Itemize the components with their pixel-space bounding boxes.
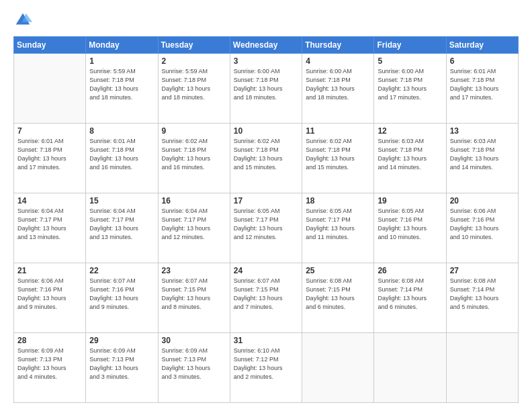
calendar-cell: 27Sunrise: 6:08 AM Sunset: 7:14 PM Dayli… — [446, 263, 518, 333]
day-info: Sunrise: 6:02 AM Sunset: 7:18 PM Dayligh… — [162, 137, 226, 172]
calendar-weekday-friday: Friday — [374, 37, 446, 54]
day-info: Sunrise: 6:04 AM Sunset: 7:17 PM Dayligh… — [162, 207, 226, 242]
day-info: Sunrise: 6:08 AM Sunset: 7:14 PM Dayligh… — [378, 277, 442, 312]
day-info: Sunrise: 6:04 AM Sunset: 7:17 PM Dayligh… — [17, 207, 82, 242]
day-number: 11 — [306, 126, 370, 136]
calendar-cell: 3Sunrise: 6:00 AM Sunset: 7:18 PM Daylig… — [230, 54, 302, 124]
calendar-cell: 9Sunrise: 6:02 AM Sunset: 7:18 PM Daylig… — [158, 124, 230, 193]
calendar-weekday-saturday: Saturday — [446, 37, 518, 54]
calendar-cell: 6Sunrise: 6:01 AM Sunset: 7:18 PM Daylig… — [446, 54, 518, 124]
calendar-cell — [302, 333, 374, 403]
day-number: 22 — [89, 266, 154, 275]
calendar-week-0: 1Sunrise: 5:59 AM Sunset: 7:18 PM Daylig… — [14, 54, 519, 124]
calendar-cell: 5Sunrise: 6:00 AM Sunset: 7:18 PM Daylig… — [374, 54, 446, 124]
day-number: 26 — [378, 266, 442, 275]
day-number: 29 — [89, 336, 154, 345]
calendar-cell: 31Sunrise: 6:10 AM Sunset: 7:12 PM Dayli… — [230, 333, 302, 403]
calendar-week-3: 21Sunrise: 6:06 AM Sunset: 7:16 PM Dayli… — [14, 263, 519, 333]
day-number: 16 — [162, 196, 226, 205]
calendar-cell: 25Sunrise: 6:08 AM Sunset: 7:15 PM Dayli… — [302, 263, 374, 333]
day-number: 23 — [162, 266, 226, 275]
day-number: 17 — [234, 196, 298, 205]
day-number: 18 — [306, 196, 370, 205]
day-info: Sunrise: 6:01 AM Sunset: 7:18 PM Dayligh… — [450, 67, 515, 102]
day-number: 7 — [17, 126, 82, 136]
day-info: Sunrise: 6:08 AM Sunset: 7:14 PM Dayligh… — [450, 277, 515, 312]
day-info: Sunrise: 6:01 AM Sunset: 7:18 PM Dayligh… — [89, 137, 154, 172]
day-info: Sunrise: 6:04 AM Sunset: 7:17 PM Dayligh… — [89, 207, 154, 242]
day-number: 9 — [162, 126, 226, 136]
calendar-weekday-wednesday: Wednesday — [230, 37, 302, 54]
day-info: Sunrise: 6:06 AM Sunset: 7:16 PM Dayligh… — [17, 277, 82, 312]
calendar-body: 1Sunrise: 5:59 AM Sunset: 7:18 PM Daylig… — [14, 54, 519, 403]
day-number: 27 — [450, 266, 515, 275]
day-number: 20 — [450, 196, 515, 205]
day-info: Sunrise: 6:05 AM Sunset: 7:16 PM Dayligh… — [378, 207, 442, 242]
calendar-cell: 22Sunrise: 6:07 AM Sunset: 7:16 PM Dayli… — [86, 263, 158, 333]
calendar-cell: 4Sunrise: 6:00 AM Sunset: 7:18 PM Daylig… — [302, 54, 374, 124]
day-number: 28 — [17, 336, 82, 345]
day-number: 10 — [234, 126, 298, 136]
calendar-cell: 14Sunrise: 6:04 AM Sunset: 7:17 PM Dayli… — [14, 193, 86, 263]
day-info: Sunrise: 6:03 AM Sunset: 7:18 PM Dayligh… — [378, 137, 442, 172]
calendar-cell: 2Sunrise: 5:59 AM Sunset: 7:18 PM Daylig… — [158, 54, 230, 124]
calendar-header-row: SundayMondayTuesdayWednesdayThursdayFrid… — [14, 37, 519, 54]
day-number: 6 — [450, 56, 515, 66]
day-info: Sunrise: 6:09 AM Sunset: 7:13 PM Dayligh… — [162, 347, 226, 381]
calendar-cell: 13Sunrise: 6:03 AM Sunset: 7:18 PM Dayli… — [446, 124, 518, 193]
calendar-cell: 21Sunrise: 6:06 AM Sunset: 7:16 PM Dayli… — [14, 263, 86, 333]
calendar-cell: 7Sunrise: 6:01 AM Sunset: 7:18 PM Daylig… — [14, 124, 86, 193]
calendar-cell: 11Sunrise: 6:02 AM Sunset: 7:18 PM Dayli… — [302, 124, 374, 193]
day-info: Sunrise: 6:08 AM Sunset: 7:15 PM Dayligh… — [306, 277, 370, 312]
day-info: Sunrise: 6:00 AM Sunset: 7:18 PM Dayligh… — [234, 67, 298, 102]
day-info: Sunrise: 6:02 AM Sunset: 7:18 PM Dayligh… — [306, 137, 370, 172]
calendar-cell: 8Sunrise: 6:01 AM Sunset: 7:18 PM Daylig… — [86, 124, 158, 193]
day-number: 24 — [234, 266, 298, 275]
day-info: Sunrise: 6:10 AM Sunset: 7:12 PM Dayligh… — [234, 347, 298, 381]
calendar-cell: 30Sunrise: 6:09 AM Sunset: 7:13 PM Dayli… — [158, 333, 230, 403]
day-number: 13 — [450, 126, 515, 136]
calendar-cell: 28Sunrise: 6:09 AM Sunset: 7:13 PM Dayli… — [14, 333, 86, 403]
calendar-weekday-sunday: Sunday — [14, 37, 86, 54]
calendar-cell: 23Sunrise: 6:07 AM Sunset: 7:15 PM Dayli… — [158, 263, 230, 333]
day-number: 4 — [306, 56, 370, 66]
day-number: 8 — [89, 126, 154, 136]
day-number: 21 — [17, 266, 82, 275]
day-info: Sunrise: 6:07 AM Sunset: 7:15 PM Dayligh… — [234, 277, 298, 312]
calendar-cell: 18Sunrise: 6:05 AM Sunset: 7:17 PM Dayli… — [302, 193, 374, 263]
calendar-cell: 15Sunrise: 6:04 AM Sunset: 7:17 PM Dayli… — [86, 193, 158, 263]
day-info: Sunrise: 6:00 AM Sunset: 7:18 PM Dayligh… — [378, 67, 442, 102]
calendar-cell: 20Sunrise: 6:06 AM Sunset: 7:16 PM Dayli… — [446, 193, 518, 263]
day-info: Sunrise: 6:09 AM Sunset: 7:13 PM Dayligh… — [17, 347, 82, 381]
day-info: Sunrise: 6:01 AM Sunset: 7:18 PM Dayligh… — [17, 137, 82, 172]
day-number: 1 — [89, 56, 154, 66]
day-number: 5 — [378, 56, 442, 66]
day-number: 30 — [162, 336, 226, 345]
calendar-cell: 12Sunrise: 6:03 AM Sunset: 7:18 PM Dayli… — [374, 124, 446, 193]
calendar-weekday-tuesday: Tuesday — [158, 37, 230, 54]
calendar-cell: 10Sunrise: 6:02 AM Sunset: 7:18 PM Dayli… — [230, 124, 302, 193]
header — [13, 11, 519, 30]
logo-icon — [13, 11, 32, 30]
calendar-cell — [14, 54, 86, 124]
page: SundayMondayTuesdayWednesdayThursdayFrid… — [0, 0, 532, 411]
calendar-week-4: 28Sunrise: 6:09 AM Sunset: 7:13 PM Dayli… — [14, 333, 519, 403]
day-info: Sunrise: 6:05 AM Sunset: 7:17 PM Dayligh… — [234, 207, 298, 242]
calendar-table: SundayMondayTuesdayWednesdayThursdayFrid… — [13, 36, 519, 403]
day-number: 3 — [234, 56, 298, 66]
day-info: Sunrise: 6:03 AM Sunset: 7:18 PM Dayligh… — [450, 137, 515, 172]
day-info: Sunrise: 6:05 AM Sunset: 7:17 PM Dayligh… — [306, 207, 370, 242]
calendar-weekday-monday: Monday — [86, 37, 158, 54]
calendar-weekday-thursday: Thursday — [302, 37, 374, 54]
calendar-cell: 16Sunrise: 6:04 AM Sunset: 7:17 PM Dayli… — [158, 193, 230, 263]
calendar-cell: 26Sunrise: 6:08 AM Sunset: 7:14 PM Dayli… — [374, 263, 446, 333]
day-info: Sunrise: 6:07 AM Sunset: 7:15 PM Dayligh… — [162, 277, 226, 312]
day-number: 25 — [306, 266, 370, 275]
day-number: 19 — [378, 196, 442, 205]
day-info: Sunrise: 6:00 AM Sunset: 7:18 PM Dayligh… — [306, 67, 370, 102]
day-number: 31 — [234, 336, 298, 345]
day-info: Sunrise: 6:06 AM Sunset: 7:16 PM Dayligh… — [450, 207, 515, 242]
day-number: 15 — [89, 196, 154, 205]
calendar-cell: 1Sunrise: 5:59 AM Sunset: 7:18 PM Daylig… — [86, 54, 158, 124]
day-info: Sunrise: 6:09 AM Sunset: 7:13 PM Dayligh… — [89, 347, 154, 381]
